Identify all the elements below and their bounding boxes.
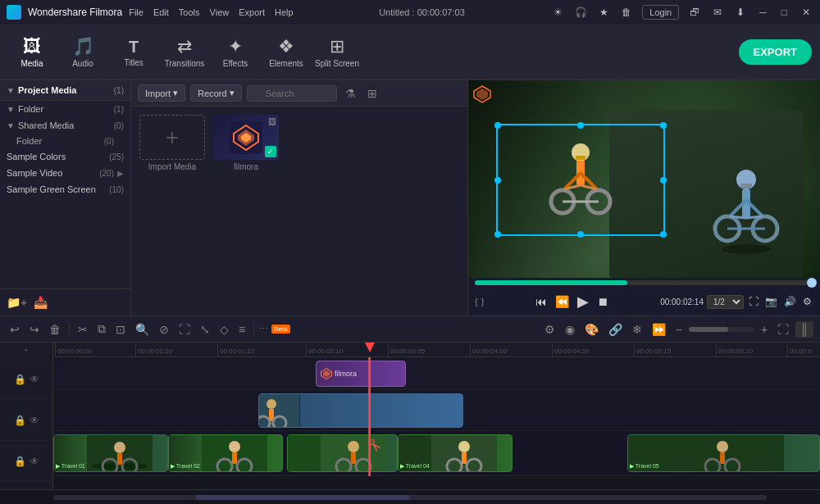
record-dropdown[interactable]: Record ▾ bbox=[190, 84, 241, 102]
skip-back-button[interactable]: ⏮ bbox=[534, 293, 549, 310]
menu-file[interactable]: File bbox=[129, 7, 144, 17]
grid-view-icon[interactable]: ⊞ bbox=[364, 85, 380, 102]
preview-progress-bar[interactable] bbox=[475, 280, 813, 285]
project-media-label: Project Media bbox=[18, 85, 77, 95]
marker-button[interactable]: ◇ bbox=[216, 321, 232, 338]
lock-icon-1[interactable]: 🔒 bbox=[14, 374, 26, 385]
import-media-box[interactable]: + bbox=[139, 115, 205, 160]
maximize-button[interactable]: □ bbox=[778, 7, 790, 18]
folder-section[interactable]: ▼ Folder (1) bbox=[0, 101, 130, 117]
filmora-thumb-item[interactable]: 🖼 ✓ filmora bbox=[213, 115, 279, 171]
title-clip[interactable]: filmora bbox=[316, 361, 406, 387]
stop-button[interactable]: ⏹ bbox=[595, 293, 610, 310]
menu-tools[interactable]: Tools bbox=[179, 7, 200, 17]
restore-icon[interactable]: 🗗 bbox=[687, 7, 702, 18]
cyclist-t02-icon bbox=[202, 435, 267, 471]
clip-travel02[interactable]: ▶ Travel 02 bbox=[168, 434, 283, 472]
zoom-in-button[interactable]: 🔍 bbox=[132, 321, 153, 338]
timeline-settings-button[interactable]: ⚙ bbox=[541, 321, 558, 338]
freeze-frame-button[interactable]: ❄ bbox=[629, 321, 645, 338]
filmora-thumb-box[interactable]: 🖼 ✓ bbox=[213, 115, 279, 160]
headphone-icon[interactable]: 🎧 bbox=[573, 7, 588, 18]
add-track-icon[interactable]: + bbox=[24, 346, 29, 355]
undo-button[interactable]: ↩ bbox=[7, 321, 23, 338]
star-icon[interactable]: ★ bbox=[596, 7, 611, 18]
trash-icon[interactable]: 🗑 bbox=[619, 7, 634, 18]
mail-icon[interactable]: ✉ bbox=[710, 7, 725, 18]
toolbar-audio[interactable]: 🎵 Audio bbox=[59, 29, 107, 76]
toolbar-transitions[interactable]: ⇄ Transitions bbox=[161, 29, 208, 76]
collapse-button[interactable]: ║ bbox=[795, 321, 813, 338]
shared-folder-item[interactable]: Folder (0) bbox=[0, 134, 130, 148]
frame-back-button[interactable]: ⏪ bbox=[554, 293, 571, 310]
speed-button[interactable]: ⏩ bbox=[649, 321, 669, 338]
scrollbar-thumb[interactable] bbox=[196, 495, 410, 500]
shared-media-section[interactable]: ▼ Shared Media (0) bbox=[0, 117, 130, 134]
import-icon[interactable]: 📥 bbox=[34, 296, 48, 309]
import-dropdown[interactable]: Import ▾ bbox=[138, 84, 185, 102]
audio-detach-button[interactable]: 🔗 bbox=[605, 321, 626, 338]
fullscreen-button[interactable]: ⛶ bbox=[747, 294, 760, 309]
zoom-plus-button[interactable]: + bbox=[758, 321, 771, 338]
zoom-slider[interactable] bbox=[689, 327, 754, 332]
resize-button[interactable]: ⤡ bbox=[197, 321, 213, 338]
toolbar-elements[interactable]: ❖ Elements bbox=[262, 29, 310, 76]
align-button[interactable]: ≡ bbox=[235, 321, 248, 338]
bracket-left-icon[interactable]: { bbox=[475, 297, 478, 306]
clip-travel05[interactable]: ▶ Travel 05 bbox=[627, 434, 820, 472]
fullscreen-tl-button[interactable]: ⛶ bbox=[774, 321, 792, 338]
login-button[interactable]: Login bbox=[642, 5, 679, 20]
settings-button[interactable]: ⚙ bbox=[801, 294, 813, 309]
color-match-button[interactable]: 🎨 bbox=[581, 321, 602, 338]
copy-button[interactable]: ⧉ bbox=[94, 320, 109, 338]
ruler: 00:00:00:00 00:00:00:20 00:00:01:15 00:0… bbox=[53, 343, 820, 357]
clip-travel04[interactable]: ▶ Travel 04 bbox=[398, 434, 512, 472]
eye-icon-1[interactable]: 👁 bbox=[30, 374, 39, 385]
zoom-minus-button[interactable]: − bbox=[672, 321, 686, 338]
toolbar-titles[interactable]: T Titles bbox=[110, 29, 157, 76]
zoom-fit-button[interactable]: ⊡ bbox=[112, 321, 129, 338]
lock-icon-3[interactable]: 🔒 bbox=[14, 456, 26, 467]
sample-colors-item[interactable]: Sample Colors (25) bbox=[0, 148, 130, 165]
ratio-select[interactable]: 1/2 Full bbox=[707, 295, 744, 309]
lock-icon-2[interactable]: 🔒 bbox=[14, 415, 26, 426]
delete-button[interactable]: 🗑 bbox=[46, 321, 64, 338]
overlay-clip[interactable]: ▶ Travel 05 bbox=[258, 393, 463, 428]
download-icon[interactable]: ⬇ bbox=[733, 7, 748, 18]
close-button[interactable]: ✕ bbox=[799, 7, 813, 18]
bracket-right-icon[interactable]: } bbox=[481, 297, 485, 306]
sample-green-item[interactable]: Sample Green Screen (10) bbox=[0, 181, 130, 198]
play-button[interactable]: ▶ bbox=[576, 291, 590, 312]
menu-export[interactable]: Export bbox=[239, 7, 265, 17]
menu-help[interactable]: Help bbox=[275, 7, 294, 17]
clip-travel01[interactable]: ▶ Travel 01 bbox=[53, 434, 168, 472]
snapshot-button[interactable]: 📷 bbox=[763, 294, 779, 309]
export-button[interactable]: EXPORT bbox=[739, 39, 812, 65]
crop-button[interactable]: ⛶ bbox=[175, 321, 194, 338]
import-media-thumb[interactable]: + Import Media bbox=[139, 115, 205, 171]
minimize-button[interactable]: ─ bbox=[756, 7, 770, 18]
titlebar: Wondershare Filmora File Edit Tools View… bbox=[0, 0, 820, 25]
timeline-scrollbar[interactable] bbox=[53, 495, 767, 500]
folder-count: (1) bbox=[114, 105, 124, 114]
motion-track-button[interactable]: ◉ bbox=[562, 321, 578, 338]
eye-icon-3[interactable]: 👁 bbox=[30, 456, 39, 467]
menu-edit[interactable]: Edit bbox=[153, 7, 169, 17]
toolbar-effects[interactable]: ✦ Effects bbox=[212, 29, 259, 76]
search-input[interactable] bbox=[247, 85, 337, 102]
volume-button[interactable]: 🔊 bbox=[782, 294, 798, 309]
sample-video-item[interactable]: Sample Video (20) ▶ bbox=[0, 165, 130, 181]
redo-button[interactable]: ↪ bbox=[26, 321, 43, 338]
toolbar-media[interactable]: 🖼 Media bbox=[8, 29, 56, 76]
eye-icon-2[interactable]: 👁 bbox=[30, 415, 39, 426]
add-folder-icon[interactable]: 📁+ bbox=[7, 296, 27, 309]
progress-handle[interactable] bbox=[807, 278, 817, 288]
cut-button[interactable]: ✂ bbox=[75, 321, 91, 338]
split-button[interactable]: ⊘ bbox=[156, 321, 172, 338]
toolbar-splitscreen[interactable]: ⊞ Split Screen bbox=[313, 29, 361, 76]
track-controls: + 🔒 👁 🔒 👁 🔒 👁 bbox=[0, 343, 53, 489]
filter-icon[interactable]: ⚗ bbox=[342, 85, 359, 102]
menu-view[interactable]: View bbox=[210, 7, 230, 17]
sun-icon[interactable]: ☀ bbox=[550, 7, 565, 18]
waveform-icon[interactable]: ⋯ bbox=[259, 324, 268, 334]
